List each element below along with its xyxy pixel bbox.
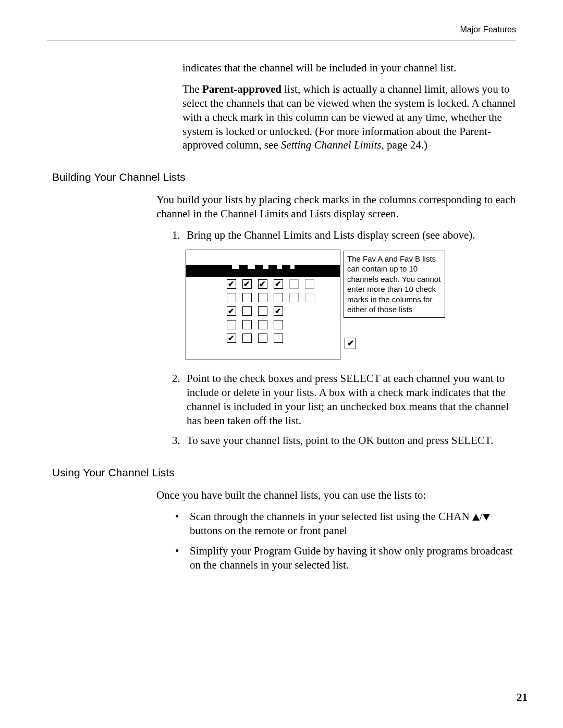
paragraph: You build your lists by placing check ma… — [156, 193, 516, 221]
column-label-icon — [248, 262, 255, 276]
checkbox-icon — [258, 306, 267, 316]
figure-callout-column: The Fav A and Fav B lists can contain up… — [344, 250, 445, 360]
checkbox-icon — [289, 334, 299, 343]
callout-check-icon — [345, 338, 356, 349]
checkbox-icon — [289, 320, 299, 329]
checkbox-icon — [227, 293, 236, 302]
checkbox-icon — [242, 306, 252, 316]
ordered-list-item: 3. To save your channel lists, point to … — [172, 434, 516, 448]
bullet-list-item: • Simplify your Program Guide by having … — [175, 544, 516, 572]
checkbox-icon — [289, 279, 299, 289]
screen-row — [186, 291, 340, 304]
figure: The Fav A and Fav B lists can contain up… — [186, 250, 516, 360]
checkbox-icon — [289, 306, 299, 316]
checkbox-icon — [242, 293, 252, 302]
checkbox-icon — [305, 320, 314, 329]
section-heading: Using Your Channel Lists — [52, 466, 516, 479]
screen-row — [186, 277, 340, 291]
checkbox-icon — [274, 279, 283, 289]
text-run: The — [182, 83, 202, 95]
bullet-icon: • — [175, 510, 190, 538]
checkbox-icon — [227, 320, 236, 329]
screen-column-head — [186, 265, 340, 277]
checkbox-icon — [305, 293, 314, 302]
section-body: You build your lists by placing check ma… — [156, 193, 516, 448]
list-number: 1. — [172, 228, 187, 242]
text-run: Scan through the channels in your select… — [190, 510, 472, 523]
list-number: 3. — [172, 434, 187, 448]
list-number: 2. — [172, 372, 187, 428]
screen-capture — [186, 250, 340, 360]
body-continuation: indicates that the channel will be inclu… — [182, 61, 516, 152]
checkbox-icon — [242, 279, 252, 289]
page-number: 21 — [517, 691, 528, 704]
paragraph: Once you have built the channel lists, y… — [156, 488, 516, 502]
list-text: Scan through the channels in your select… — [190, 510, 516, 538]
screen-row — [186, 331, 340, 345]
list-text: Bring up the Channel Limits and Lists di… — [187, 228, 475, 242]
screen-rows — [186, 277, 340, 345]
list-text: To save your channel lists, point to the… — [187, 434, 493, 448]
section-heading: Building Your Channel Lists — [52, 171, 516, 183]
list-text: Point to the check boxes and press SELEC… — [187, 372, 516, 428]
text-bold: Parent-approved — [202, 83, 282, 95]
text-run: buttons on the remote or front panel — [190, 524, 347, 537]
checkbox-icon — [274, 320, 283, 329]
checkbox-icon — [258, 293, 267, 302]
checkbox-icon — [258, 334, 267, 343]
bullet-list-item: • Scan through the channels in your sele… — [175, 510, 516, 538]
column-label-icon — [290, 262, 295, 276]
checkbox-icon — [227, 334, 236, 343]
running-head: Major Features — [47, 25, 516, 41]
bullet-icon: • — [175, 544, 190, 572]
checkbox-icon — [227, 306, 236, 316]
ordered-list-item: 1. Bring up the Channel Limits and Lists… — [172, 228, 516, 242]
paragraph: The Parent-approved list, which is actua… — [182, 82, 516, 152]
screen-footer — [186, 345, 340, 360]
checkbox-icon — [258, 279, 267, 289]
screen-row — [186, 318, 340, 331]
checkbox-icon — [305, 279, 314, 289]
checkbox-icon — [274, 334, 283, 343]
text-run: page 24.) — [384, 139, 427, 151]
chan-up-icon — [472, 514, 480, 521]
section-body: Once you have built the channel lists, y… — [156, 488, 516, 572]
chan-down-icon — [483, 514, 490, 521]
checkbox-icon — [289, 293, 299, 302]
checkbox-icon — [258, 320, 267, 329]
checkbox-icon — [227, 279, 236, 289]
text-italic: Setting Channel Limits, — [281, 139, 384, 151]
list-text: Simplify your Program Guide by having it… — [190, 544, 516, 572]
column-label-icon — [232, 262, 239, 276]
checkbox-icon — [242, 334, 252, 343]
checkbox-icon — [305, 306, 314, 316]
paragraph: indicates that the channel will be inclu… — [182, 61, 516, 75]
checkbox-icon — [274, 306, 283, 316]
column-label-icon — [277, 262, 282, 276]
checkbox-icon — [274, 293, 283, 302]
screen-row — [186, 304, 340, 318]
column-label-icon — [263, 262, 268, 276]
checkbox-icon — [305, 334, 314, 343]
checkbox-icon — [242, 320, 252, 329]
callout-text-box: The Fav A and Fav B lists can contain up… — [344, 251, 445, 318]
ordered-list-item: 2. Point to the check boxes and press SE… — [172, 372, 516, 428]
document-page: Major Features indicates that the channe… — [0, 0, 563, 728]
